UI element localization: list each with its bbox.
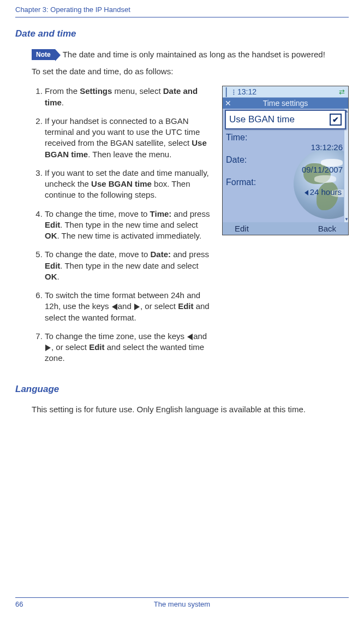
softkey-back: Back (318, 224, 336, 233)
intro-text: To set the date and time, do as follows: (32, 67, 349, 76)
softkey-edit: Edit (235, 224, 249, 233)
section-language-title: Language (15, 384, 349, 395)
triangle-left-icon (187, 334, 193, 340)
sync-arrows-icon: ⇄ (339, 88, 345, 96)
page-footer: 66 The menu system (15, 597, 349, 608)
phone-titlebar: ✕ Time settings (223, 98, 348, 109)
note-badge: Note (32, 49, 55, 60)
step-7: To change the time zone, use the keys an… (45, 331, 213, 364)
date-label: Date: (223, 153, 348, 165)
note-callout: Note The date and time is only maintaine… (32, 49, 349, 60)
page-content: Date and time Note The date and time is … (0, 17, 364, 414)
note-text: The date and time is only maintained as … (63, 49, 325, 60)
two-column-layout: From the Settings menu, select Date and … (32, 86, 349, 371)
footer-label: The menu system (15, 600, 349, 608)
phone-body: Use BGAN time ✔ Time: 13:12:26 Date: 09/… (223, 109, 348, 222)
status-clock: 13:12 (237, 87, 256, 96)
chapter-label: Chapter 3: Operating the IP Handset (15, 5, 130, 14)
date-value: 09/11/2007 (223, 165, 348, 175)
use-bgan-time-label: Use BGAN time (229, 114, 295, 125)
phone-screen: ▏⁝ 13:12 ⇄ ✕ Time settings (222, 86, 349, 235)
phone-screenshot: ▏⁝ 13:12 ⇄ ✕ Time settings (222, 86, 349, 371)
mute-icon: ✕ (225, 99, 231, 108)
triangle-left-icon (112, 304, 117, 310)
status-left: ▏⁝ 13:12 (226, 87, 256, 96)
triangle-left-small-icon (305, 190, 308, 195)
step-4: To change the time, move to Time: and pr… (45, 209, 213, 242)
use-bgan-time-checkbox: ✔ (330, 114, 342, 126)
step-6: To switch the time format between 24h an… (45, 290, 213, 323)
phone-statusbar: ▏⁝ 13:12 ⇄ (223, 86, 348, 98)
triangle-right-icon (134, 304, 140, 310)
format-label: Format: (223, 175, 348, 187)
footer-rule (15, 597, 349, 598)
format-value: 24 hours (223, 187, 348, 197)
use-bgan-time-row: Use BGAN time ✔ (225, 110, 346, 129)
time-value: 13:12:26 (223, 143, 348, 153)
step-2: If your handset is connected to a BGAN t… (45, 116, 213, 160)
page-header: Chapter 3: Operating the IP Handset (0, 0, 364, 16)
time-label: Time: (223, 130, 348, 143)
scroll-down-icon: ▼ (344, 217, 348, 222)
section-date-time-title: Date and time (15, 28, 349, 39)
signal-icon: ▏⁝ (226, 88, 235, 96)
step-3: If you want to set the date and time man… (45, 168, 213, 201)
language-text: This setting is for future use. Only Eng… (32, 405, 349, 414)
triangle-right-icon (45, 345, 51, 351)
steps-column: From the Settings menu, select Date and … (32, 86, 213, 371)
phone-title: Time settings (263, 99, 308, 108)
step-5: To change the date, move to Date: and pr… (45, 249, 213, 282)
phone-softkeys: Edit Back (223, 222, 348, 235)
step-1: From the Settings menu, select Date and … (45, 86, 213, 108)
steps-list: From the Settings menu, select Date and … (32, 86, 213, 364)
